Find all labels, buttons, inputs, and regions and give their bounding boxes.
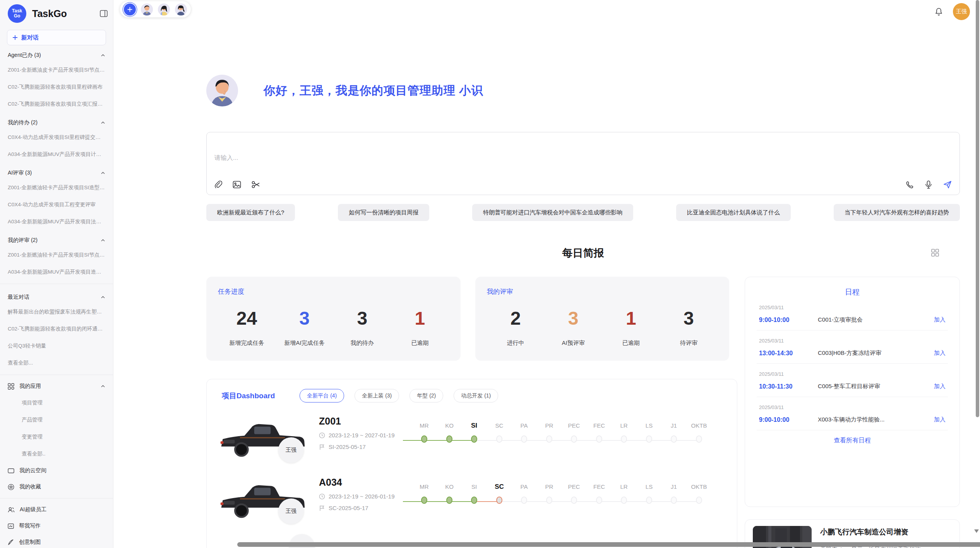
suggestion-chip[interactable]: 特朗普可能对进口汽车增税会对中国车企造成哪些影响 [472, 204, 633, 221]
sidebar-item[interactable]: Z001-全新燃油皮卡产品开发项目SI节点Lesson Learn报告 [0, 62, 113, 79]
milestone-dot [471, 435, 477, 443]
section-header-my-review[interactable]: 我的评审 (2) [0, 230, 113, 247]
add-agent-button[interactable] [124, 3, 136, 15]
sidebar-item[interactable]: A034-全新新能源MUV产品开发项目造型可行性评审 [0, 264, 113, 281]
milestone-pr: PR [536, 482, 563, 504]
sidebar-item-my-apps[interactable]: 我的应用 [0, 378, 113, 394]
sidebar-item-favorites[interactable]: 我的收藏 [0, 479, 113, 495]
scroll-down-arrow[interactable] [974, 529, 979, 533]
milestone-lr: LR [610, 482, 637, 504]
favorites-label: 我的收藏 [19, 483, 41, 490]
clock-icon [319, 432, 325, 438]
section-header-my-todo[interactable]: 我的待办 (2) [0, 113, 113, 129]
stat-value: 24 [218, 308, 276, 329]
image-upload-icon[interactable] [233, 181, 241, 188]
view-all-chats-link[interactable]: 查看全部... [0, 354, 113, 372]
date-range-text: 2023-12-19 ~ 2027-01-19 [329, 432, 395, 438]
app-item-project-mgmt[interactable]: 项目管理 [0, 394, 113, 411]
project-row-a034[interactable]: 王强 A034 2023-12-19 ~ 2026-01-19 SC-2025-… [207, 474, 737, 536]
milestone-dot [521, 497, 527, 504]
event-date: 2025/03/11 [759, 371, 946, 377]
sidebar-item[interactable]: C02-飞腾新能源轻客改款项目里程碑画布 [0, 79, 113, 96]
milestone-pec: PEC [560, 421, 588, 443]
suggestion-chip[interactable]: 比亚迪全固态电池计划具体说了什么 [676, 204, 791, 221]
recent-chat-item[interactable]: 解释最新出台的欧盟报废车法规再生塑料比例被调至15%... [0, 303, 113, 320]
assistant-avatar [206, 75, 238, 106]
project-row-z001[interactable]: 王强 Z001 2023-12-19 ~ 2027-01-19 SI-2025-… [207, 413, 737, 474]
sidebar-item[interactable]: A034-全新新能源MUV产品开发项目法规符合性评审 [0, 213, 113, 230]
recent-chat-item[interactable]: C02-飞腾新能源轻客改款项目的闭环通告反馈情况 [0, 320, 113, 337]
sidebar-item[interactable]: C0X4-动力总成开发项目SI里程碑提交物检查 [0, 129, 113, 146]
join-link[interactable]: 加入 [934, 349, 946, 357]
milestone-ls: LS [636, 482, 663, 504]
join-link[interactable]: 加入 [934, 416, 946, 423]
event-time: 10:30-11:30 [759, 383, 818, 390]
agent-avatar[interactable] [175, 3, 187, 15]
new-chat-label: 新对话 [21, 34, 39, 41]
join-link[interactable]: 加入 [934, 383, 946, 390]
attachment-paperclip-icon[interactable] [214, 180, 222, 189]
milestone-dot [496, 497, 502, 504]
milestone-si: SI [461, 482, 488, 504]
sidebar-item[interactable]: C02-飞腾新能源轻客改款项目立项汇报方案 [0, 96, 113, 113]
milestone-dot [671, 497, 677, 504]
event-date: 2025/03/11 [759, 404, 946, 410]
suggestion-chip[interactable]: 欧洲新规最近颁布了什么? [206, 204, 295, 221]
sidebar-item[interactable]: Z001-全新燃油轻卡产品开发项目SI造型提交物评审 [0, 179, 113, 196]
tab-all-new-platform[interactable]: 全新平台 (4) [300, 389, 344, 402]
view-all-schedule-link[interactable]: 查看所有日程 [757, 430, 948, 445]
agent-avatar[interactable] [158, 3, 170, 15]
sidebar-item-creative-draw[interactable]: 创意制图 [0, 534, 113, 548]
chat-input[interactable] [214, 154, 757, 162]
scissors-icon[interactable] [252, 181, 260, 188]
suggestion-chip[interactable]: 如何写一份清晰的项目周报 [338, 204, 429, 221]
grid-icon [8, 383, 14, 390]
sidebar-collapse-icon[interactable] [100, 10, 108, 17]
section-header-agent-done[interactable]: Agent已办 (3) [0, 45, 113, 62]
recent-chat-item[interactable]: 公司Q3轻卡销量 [0, 337, 113, 354]
schedule-card: 日程 2025/03/11 9:00-10:00 C001-立项审批会 加入 2… [745, 277, 960, 507]
agent-avatar[interactable] [141, 3, 153, 15]
pen-quill-icon [8, 539, 14, 545]
sidebar-item-ai-staff[interactable]: AI超级员工 [0, 502, 113, 518]
briefing-layout-icon[interactable] [930, 248, 940, 257]
sidebar-item[interactable]: A034-全新新能源MUV产品开发项目计划变更表编写 [0, 146, 113, 163]
view-all-apps-link[interactable]: 查看全部.. [0, 445, 113, 462]
section-title: 我的待办 (2) [8, 119, 38, 126]
project-owner-badge: 王强 [278, 437, 304, 463]
milestone-fec: FEC [586, 421, 613, 443]
milestone-ko: KO [436, 482, 463, 504]
milestone-pr: PR [536, 421, 563, 443]
section-header-recent-chats[interactable]: 最近对话 [0, 287, 113, 303]
milestone-oktb: OKTB [685, 482, 713, 504]
vertical-scrollbar-thumb[interactable] [976, 0, 979, 417]
horizontal-scrollbar-thumb[interactable] [237, 542, 980, 547]
tab-year-model[interactable]: 年型 (2) [409, 389, 443, 402]
section-header-ai-review[interactable]: AI评审 (3) [0, 163, 113, 179]
chevron-up-icon [101, 171, 105, 175]
microphone-icon[interactable] [925, 180, 932, 189]
join-link[interactable]: 加入 [934, 316, 946, 324]
next-milestone-text: SI-2025-05-17 [329, 444, 366, 450]
voice-call-icon[interactable] [906, 181, 914, 189]
write-doc-icon [8, 523, 14, 529]
new-chat-button[interactable]: 新对话 [7, 30, 106, 45]
send-icon[interactable] [943, 180, 952, 189]
tab-new-body[interactable]: 全新上装 (3) [355, 389, 399, 402]
sidebar-item-cloud-space[interactable]: 我的云空间 [0, 462, 113, 479]
app-item-change-mgmt[interactable]: 变更管理 [0, 428, 113, 445]
sidebar-item[interactable]: Z001-全新燃油轻卡产品开发项目SI节点属性5D文件评审 [0, 247, 113, 264]
sidebar-item[interactable]: C0X4-动力总成开发项目工程变更评审 [0, 196, 113, 213]
daily-briefing-header: 每日简报 [206, 245, 960, 261]
my-review-title: 我的评审 [487, 287, 718, 296]
sidebar-item-help-write[interactable]: 帮我写作 [0, 518, 113, 534]
next-milestone-text: SC-2025-05-17 [329, 505, 368, 511]
milestone-fec: FEC [586, 482, 613, 504]
sidebar: Task Go TaskGo 新对话 Agent已办 (3) Z001-全新燃油… [0, 0, 113, 548]
milestone-si-current: SI [461, 421, 488, 443]
app-item-product-mgmt[interactable]: 产品管理 [0, 411, 113, 428]
chevron-up-icon [101, 53, 105, 58]
tab-powertrain[interactable]: 动总开发 (1) [454, 389, 498, 402]
suggestion-chip[interactable]: 当下年轻人对汽车外观有怎样的喜好趋势 [834, 204, 960, 221]
milestone-dot [446, 435, 452, 443]
